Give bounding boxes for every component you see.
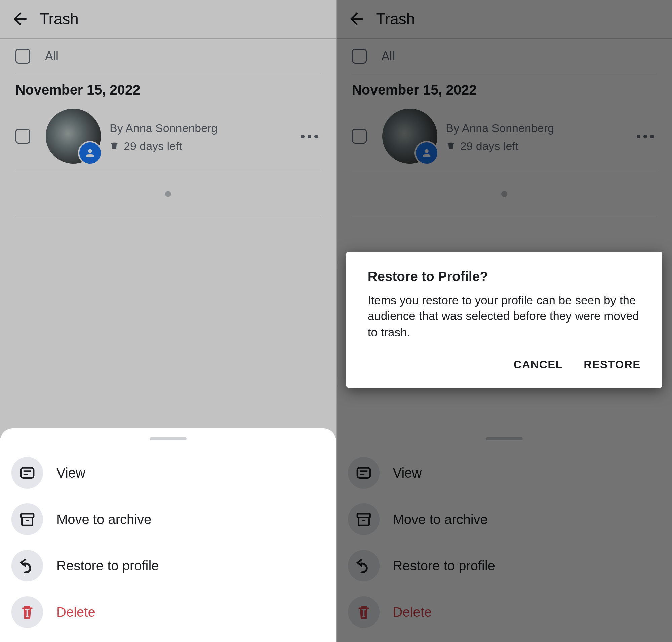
more-icon[interactable] [301, 134, 321, 138]
dialog-title: Restore to Profile? [368, 269, 641, 284]
sheet-archive[interactable]: Move to archive [11, 496, 325, 542]
action-sheet: View Move to archive Restore to profile … [0, 428, 336, 642]
loading-indicator [501, 191, 507, 197]
archive-icon [348, 503, 379, 535]
sheet-restore-label: Restore to profile [393, 558, 495, 574]
view-icon [348, 457, 379, 489]
loading-indicator [165, 191, 171, 197]
person-badge-icon [78, 141, 102, 165]
svg-rect-3 [21, 514, 34, 517]
sheet-delete[interactable]: Delete [11, 589, 325, 635]
restore-icon [11, 550, 43, 581]
avatar [46, 108, 101, 164]
back-arrow-icon[interactable] [11, 10, 29, 28]
trash-item[interactable]: By Anna Sonnenberg 29 days left [336, 104, 672, 172]
page-title: Trash [376, 10, 415, 28]
date-header: November 15, 2022 [0, 74, 336, 104]
sheet-view[interactable]: View [348, 450, 661, 496]
person-badge-icon [414, 141, 439, 165]
sheet-restore[interactable]: Restore to profile [11, 542, 325, 589]
restore-button[interactable]: RESTORE [584, 355, 641, 374]
back-arrow-icon[interactable] [347, 10, 366, 28]
trash-item[interactable]: By Anna Sonnenberg 29 days left [0, 104, 336, 172]
delete-icon [348, 596, 379, 628]
svg-rect-5 [357, 468, 370, 477]
date-header: November 15, 2022 [336, 74, 672, 104]
svg-rect-0 [21, 468, 34, 477]
sheet-restore-label: Restore to profile [56, 558, 159, 574]
sheet-archive-label: Move to archive [393, 512, 488, 527]
action-sheet: View Move to archive Restore to profile … [336, 428, 672, 642]
days-left: 29 days left [460, 140, 519, 153]
sheet-restore[interactable]: Restore to profile [348, 542, 661, 589]
item-byline: By Anna Sonnenberg [446, 122, 637, 135]
sheet-handle[interactable] [150, 437, 186, 440]
restore-confirm-dialog: Restore to Profile? Items you restore to… [346, 252, 662, 388]
sheet-archive[interactable]: Move to archive [348, 496, 661, 542]
sheet-handle[interactable] [486, 437, 523, 440]
select-all-checkbox[interactable] [15, 49, 30, 64]
avatar [382, 108, 437, 164]
sheet-delete-label: Delete [56, 605, 95, 620]
delete-icon [11, 596, 43, 628]
trash-icon [109, 141, 124, 152]
item-byline: By Anna Sonnenberg [109, 122, 301, 135]
sheet-view-label: View [393, 465, 422, 480]
select-all-label: All [45, 49, 59, 63]
archive-icon [11, 503, 43, 535]
page-title: Trash [40, 10, 79, 28]
trash-icon [446, 141, 460, 152]
more-icon[interactable] [637, 134, 657, 138]
cancel-button[interactable]: CANCEL [514, 355, 563, 374]
view-icon [11, 457, 43, 489]
select-all-label: All [382, 49, 395, 63]
item-checkbox[interactable] [15, 129, 30, 144]
sheet-archive-label: Move to archive [56, 512, 151, 527]
select-all-checkbox[interactable] [352, 49, 367, 64]
sheet-view-label: View [56, 465, 86, 480]
sheet-view[interactable]: View [11, 450, 325, 496]
days-left: 29 days left [124, 140, 182, 153]
dialog-body: Items you restore to your profile can be… [368, 292, 641, 340]
restore-icon [348, 550, 379, 581]
item-checkbox[interactable] [352, 129, 367, 144]
sheet-delete-label: Delete [393, 605, 432, 620]
sheet-delete[interactable]: Delete [348, 589, 661, 635]
svg-rect-8 [357, 514, 370, 517]
